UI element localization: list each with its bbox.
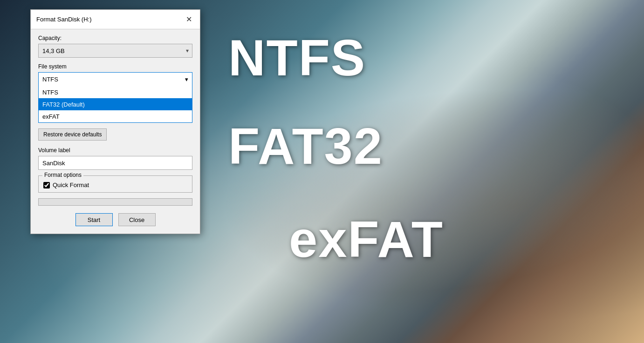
restore-defaults-button[interactable]: Restore device defaults <box>38 128 107 141</box>
fs-option-fat32[interactable]: FAT32 (Default) <box>39 98 192 110</box>
ntfs-text: NTFS <box>228 28 366 87</box>
close-button[interactable]: Close <box>118 213 156 226</box>
fs-option-ntfs[interactable]: NTFS <box>39 86 192 98</box>
exfat-text: exFAT <box>289 209 444 269</box>
format-dialog: Format SanDisk (H:) ✕ Capacity: 14,3 GB … <box>30 9 200 234</box>
dialog-footer: Start Close <box>31 213 200 226</box>
volume-label-label: Volume label <box>38 147 192 154</box>
filesystem-select-container: NTFS ▾ NTFS FAT32 (Default) exFAT <box>38 72 192 123</box>
filesystem-select-box[interactable]: NTFS ▾ <box>38 72 192 86</box>
quick-format-row: Quick Format <box>43 182 187 188</box>
close-icon[interactable]: ✕ <box>183 14 194 25</box>
dialog-body: Capacity: 14,3 GB ▾ File system NTFS ▾ N… <box>31 29 200 206</box>
filesystem-selected-value: NTFS <box>42 76 58 83</box>
capacity-select-wrapper: 14,3 GB ▾ <box>38 44 192 58</box>
format-options-group: Format options Quick Format <box>38 175 192 193</box>
capacity-select[interactable]: 14,3 GB <box>38 44 192 58</box>
filesystem-label: File system <box>38 63 192 70</box>
quick-format-label: Quick Format <box>53 182 89 188</box>
filesystem-dropdown: NTFS FAT32 (Default) exFAT <box>38 86 192 123</box>
fs-option-exfat[interactable]: exFAT <box>39 110 192 122</box>
start-button[interactable]: Start <box>75 213 113 226</box>
dialog-titlebar: Format SanDisk (H:) ✕ <box>31 10 200 29</box>
progress-bar-container <box>38 198 192 206</box>
filesystem-dropdown-arrow: ▾ <box>185 76 188 83</box>
fat32-text: FAT32 <box>228 116 383 175</box>
capacity-label: Capacity: <box>38 35 192 41</box>
volume-label-input[interactable] <box>38 156 192 170</box>
format-options-legend: Format options <box>42 172 83 178</box>
dialog-title: Format SanDisk (H:) <box>36 16 91 23</box>
quick-format-checkbox[interactable] <box>43 182 50 188</box>
